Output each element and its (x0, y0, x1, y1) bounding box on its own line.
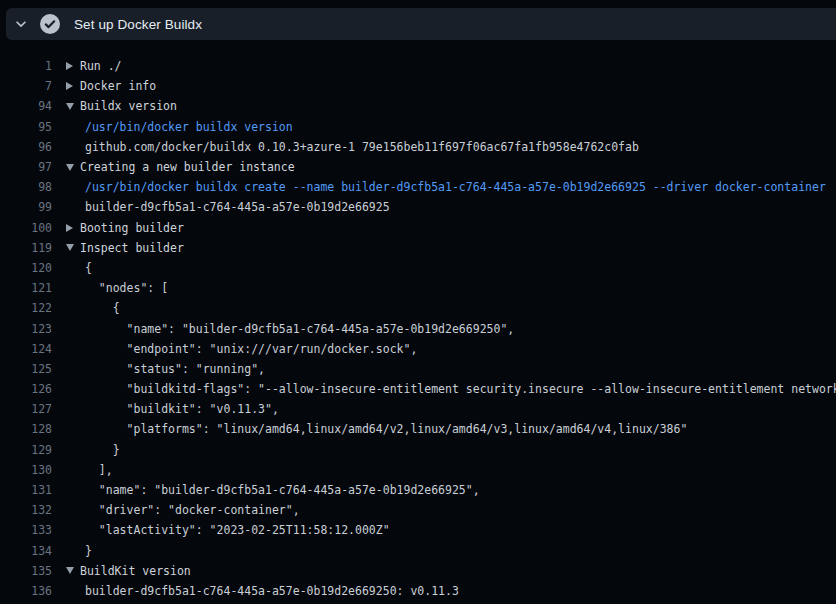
log-text: "name": "builder-d9cfb5a1-c764-445a-a57e… (85, 483, 480, 497)
line-number[interactable]: 125 (0, 362, 52, 376)
log-line: 125 "status": "running", (0, 359, 836, 379)
log-line: 132 "driver": "docker-container", (0, 500, 836, 520)
line-number[interactable]: 96 (0, 140, 52, 154)
line-number[interactable]: 94 (0, 99, 52, 113)
log-text: /usr/bin/docker buildx version (85, 120, 293, 134)
step-header[interactable]: Set up Docker Buildx (6, 8, 836, 40)
log-text: Creating a new builder instance (80, 160, 295, 174)
log-line: 123 "name": "builder-d9cfb5a1-c764-445a-… (0, 318, 836, 338)
log-text: Booting builder (80, 221, 184, 235)
log-text: Buildx version (80, 99, 177, 113)
line-number[interactable]: 99 (0, 200, 52, 214)
line-number[interactable]: 128 (0, 422, 52, 436)
log-text: } (85, 443, 120, 457)
log-text: Inspect builder (80, 241, 184, 255)
line-number[interactable]: 122 (0, 301, 52, 315)
log-group-row[interactable]: 135BuildKit version (0, 561, 836, 581)
log-text: Run ./ (80, 59, 122, 73)
line-number[interactable]: 121 (0, 281, 52, 295)
log-text: "platforms": "linux/amd64,linux/amd64/v2… (85, 422, 687, 436)
log-text: "driver": "docker-container", (85, 503, 300, 517)
triangle-icon (66, 62, 73, 70)
group-expanded-arrow-icon[interactable] (66, 244, 80, 251)
line-number[interactable]: 119 (0, 241, 52, 255)
log-line: 121 "nodes": [ (0, 278, 836, 298)
log-line: 99builder-d9cfb5a1-c764-445a-a57e-0b19d2… (0, 197, 836, 217)
line-number[interactable]: 95 (0, 120, 52, 134)
log-line: 136builder-d9cfb5a1-c764-445a-a57e-0b19d… (0, 581, 836, 601)
group-expanded-arrow-icon[interactable] (66, 164, 80, 171)
log-text: /usr/bin/docker buildx create --name bui… (85, 180, 826, 194)
line-number[interactable]: 7 (0, 79, 52, 93)
log-text: "nodes": [ (85, 281, 168, 295)
log-line: 127 "buildkit": "v0.11.3", (0, 399, 836, 419)
triangle-icon (66, 224, 73, 232)
log-text: "buildkitd-flags": "--allow-insecure-ent… (85, 382, 836, 396)
chevron-down-icon[interactable] (6, 8, 36, 40)
line-number[interactable]: 123 (0, 322, 52, 336)
triangle-icon (66, 164, 74, 171)
log-line: 98/usr/bin/docker buildx create --name b… (0, 177, 836, 197)
log-group-row[interactable]: 7Docker info (0, 76, 836, 96)
line-number[interactable]: 130 (0, 463, 52, 477)
log-group-row[interactable]: 119Inspect builder (0, 238, 836, 258)
log-text: "status": "running", (85, 362, 265, 376)
log-line: 122 { (0, 298, 836, 318)
line-number[interactable]: 100 (0, 221, 52, 235)
log-line: 96github.com/docker/buildx 0.10.3+azure-… (0, 137, 836, 157)
log-line: 131 "name": "builder-d9cfb5a1-c764-445a-… (0, 480, 836, 500)
log-line: 124 "endpoint": "unix:///var/run/docker.… (0, 339, 836, 359)
log-line: 134} (0, 541, 836, 561)
line-number[interactable]: 97 (0, 160, 52, 174)
log-group-row[interactable]: 1Run ./ (0, 56, 836, 76)
log-group-row[interactable]: 97Creating a new builder instance (0, 157, 836, 177)
log-line: 130 ], (0, 460, 836, 480)
line-number[interactable]: 136 (0, 584, 52, 598)
line-number[interactable]: 134 (0, 544, 52, 558)
line-number[interactable]: 120 (0, 261, 52, 275)
log-line: 126 "buildkitd-flags": "--allow-insecure… (0, 379, 836, 399)
log-text: } (85, 544, 92, 558)
chevron-down-icon (14, 17, 28, 31)
log-text: Docker info (80, 79, 156, 93)
step-title: Set up Docker Buildx (74, 17, 202, 32)
group-expanded-arrow-icon[interactable] (66, 567, 80, 574)
group-collapsed-arrow-icon[interactable] (66, 62, 80, 70)
line-number[interactable]: 126 (0, 382, 52, 396)
log-text: "lastActivity": "2023-02-25T11:58:12.000… (85, 523, 390, 537)
log-text: github.com/docker/buildx 0.10.3+azure-1 … (85, 140, 639, 154)
line-number[interactable]: 1 (0, 59, 52, 73)
log-text: ], (85, 463, 113, 477)
log-text: builder-d9cfb5a1-c764-445a-a57e-0b19d2e6… (85, 200, 390, 214)
line-number[interactable]: 133 (0, 523, 52, 537)
log-group-row[interactable]: 94Buildx version (0, 96, 836, 116)
log-text: "buildkit": "v0.11.3", (85, 402, 279, 416)
log-line: 95/usr/bin/docker buildx version (0, 117, 836, 137)
triangle-icon (66, 567, 74, 574)
line-number[interactable]: 98 (0, 180, 52, 194)
log-text: { (85, 261, 92, 275)
log-text: { (85, 301, 120, 315)
step-success-icon (40, 14, 60, 34)
triangle-icon (66, 82, 73, 90)
line-number[interactable]: 124 (0, 342, 52, 356)
triangle-icon (66, 103, 74, 110)
log-text: "endpoint": "unix:///var/run/docker.sock… (85, 342, 417, 356)
line-number[interactable]: 127 (0, 402, 52, 416)
log-line: 120{ (0, 258, 836, 278)
log-line: 128 "platforms": "linux/amd64,linux/amd6… (0, 419, 836, 439)
group-collapsed-arrow-icon[interactable] (66, 224, 80, 232)
triangle-icon (66, 244, 74, 251)
group-collapsed-arrow-icon[interactable] (66, 82, 80, 90)
log-text: builder-d9cfb5a1-c764-445a-a57e-0b19d2e6… (85, 584, 459, 598)
line-number[interactable]: 129 (0, 443, 52, 457)
line-number[interactable]: 132 (0, 503, 52, 517)
log-group-row[interactable]: 100Booting builder (0, 218, 836, 238)
log-text: "name": "builder-d9cfb5a1-c764-445a-a57e… (85, 322, 514, 336)
line-number[interactable]: 135 (0, 564, 52, 578)
group-expanded-arrow-icon[interactable] (66, 103, 80, 110)
log-line: 129 } (0, 440, 836, 460)
log-text: BuildKit version (80, 564, 191, 578)
log-console: 1Run ./7Docker info94Buildx version95/us… (0, 56, 836, 601)
line-number[interactable]: 131 (0, 483, 52, 497)
